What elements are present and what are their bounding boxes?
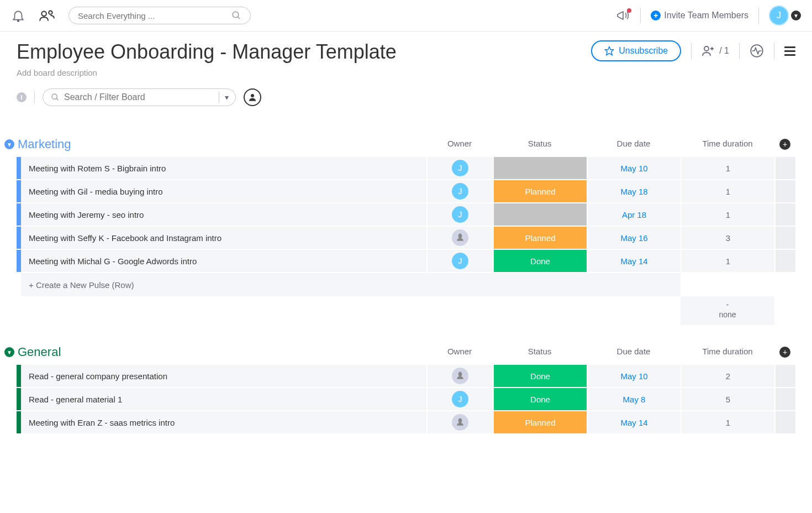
add-column[interactable]: + (774, 347, 795, 358)
due-date-cell[interactable]: May 8 (587, 388, 681, 410)
board-search[interactable]: ▾ (43, 88, 236, 106)
create-row-label[interactable]: + Create a New Pulse (Row) (21, 273, 681, 296)
owner-cell[interactable]: J (426, 388, 493, 410)
column-header-time[interactable]: Time duration (681, 347, 774, 358)
status-cell[interactable]: Done (493, 388, 587, 410)
activity-icon[interactable] (750, 44, 764, 58)
unsubscribe-label: Unsubscribe (619, 46, 668, 56)
owner-avatar[interactable]: J (452, 160, 468, 176)
svg-point-2 (49, 11, 52, 14)
global-search[interactable] (68, 7, 251, 24)
inbox-icon[interactable] (39, 8, 55, 23)
row-end-cell (774, 388, 795, 410)
status-cell[interactable]: Planned (493, 180, 587, 202)
owner-cell[interactable] (426, 227, 493, 249)
owner-cell[interactable] (426, 365, 493, 387)
row-name-cell[interactable]: Meeting with Eran Z - saas metrics intro (21, 411, 426, 433)
row-name-cell[interactable]: Meeting with Gil - media buying intro (21, 180, 426, 202)
column-header-due[interactable]: Due date (587, 139, 681, 150)
time-duration-cell[interactable]: 3 (681, 227, 774, 249)
due-date-cell[interactable]: May 10 (587, 157, 681, 179)
group-collapse-toggle[interactable]: ▼ (4, 347, 14, 357)
create-row[interactable]: + Create a New Pulse (Row) (17, 273, 795, 296)
board-search-input[interactable] (64, 92, 219, 102)
due-date-cell[interactable]: May 10 (587, 365, 681, 387)
time-duration-cell[interactable]: 5 (681, 388, 774, 410)
column-header-status[interactable]: Status (493, 347, 587, 358)
notification-dot (627, 8, 631, 13)
svg-line-4 (238, 17, 240, 19)
owner-avatar[interactable] (452, 414, 468, 431)
info-icon[interactable]: I (17, 92, 27, 102)
owner-cell[interactable]: J (426, 180, 493, 202)
time-duration-cell[interactable]: 2 (681, 365, 774, 387)
due-date-cell[interactable]: May 16 (587, 227, 681, 249)
board-description[interactable]: Add board description (17, 68, 397, 77)
unsubscribe-button[interactable]: Unsubscribe (591, 40, 681, 61)
divider (774, 43, 774, 59)
search-dropdown-toggle[interactable]: ▾ (219, 92, 234, 103)
owner-avatar[interactable] (452, 229, 468, 246)
group-title[interactable]: General (18, 345, 61, 359)
members-count[interactable]: / 1 (702, 45, 729, 57)
plus-icon: + (779, 139, 790, 150)
due-date-cell[interactable]: May 14 (587, 250, 681, 272)
row-color-stripe (17, 411, 21, 433)
status-cell[interactable]: Done (493, 250, 587, 272)
status-cell[interactable] (493, 203, 587, 226)
board-menu-icon[interactable] (784, 46, 795, 56)
column-header-status[interactable]: Status (493, 139, 587, 150)
column-header-owner[interactable]: Owner (426, 347, 493, 358)
due-date-cell[interactable]: May 14 (587, 411, 681, 433)
status-cell[interactable] (493, 157, 587, 179)
row-name-cell[interactable]: Read - general company presentation (21, 365, 426, 387)
owner-avatar[interactable]: J (452, 391, 468, 407)
table-row: Meeting with Michal G - Google Adwords i… (17, 250, 795, 273)
column-header-owner[interactable]: Owner (426, 139, 493, 150)
add-column[interactable]: + (774, 139, 795, 150)
user-menu[interactable]: J ▼ (769, 6, 801, 25)
row-name-cell[interactable]: Read - general material 1 (21, 388, 426, 410)
owner-cell[interactable]: J (426, 250, 493, 272)
row-name-cell[interactable]: Meeting with Rotem S - Bigbrain intro (21, 157, 426, 179)
owner-cell[interactable]: J (426, 157, 493, 179)
status-cell[interactable]: Done (493, 365, 587, 387)
board-content: ▼ Marketing Owner Status Due date Time d… (0, 112, 812, 457)
time-duration-cell[interactable]: 1 (681, 157, 774, 179)
people-icon (702, 45, 717, 57)
row-color-stripe (17, 180, 21, 202)
search-icon (51, 93, 60, 102)
group-collapse-toggle[interactable]: ▼ (4, 139, 14, 149)
row-end-cell (774, 180, 795, 202)
due-date-cell[interactable]: Apr 18 (587, 203, 681, 226)
invite-team-link[interactable]: + Invite Team Members (651, 11, 748, 20)
status-cell[interactable]: Planned (493, 227, 587, 249)
status-cell[interactable]: Planned (493, 411, 587, 433)
due-date-cell[interactable]: May 18 (587, 180, 681, 202)
time-duration-cell[interactable]: 1 (681, 203, 774, 226)
chevron-down-icon: ▼ (791, 11, 801, 20)
owner-cell[interactable]: J (426, 203, 493, 226)
owner-avatar[interactable]: J (452, 206, 468, 223)
time-duration-cell[interactable]: 1 (681, 250, 774, 272)
person-filter-icon[interactable] (244, 88, 261, 106)
row-name-cell[interactable]: Meeting with Seffy K - Facebook and Inst… (21, 227, 426, 249)
row-color-stripe (17, 388, 21, 410)
row-name-cell[interactable]: Meeting with Michal G - Google Adwords i… (21, 250, 426, 272)
column-header-due[interactable]: Due date (587, 347, 681, 358)
owner-avatar[interactable]: J (452, 183, 468, 200)
global-search-input[interactable] (78, 11, 231, 20)
row-name-cell[interactable]: Meeting with Jeremy - seo intro (21, 203, 426, 226)
divider (739, 43, 740, 59)
owner-avatar[interactable]: J (452, 253, 468, 269)
time-duration-cell[interactable]: 1 (681, 180, 774, 202)
group-header: ▼ Marketing Owner Status Due date Time d… (4, 137, 795, 151)
table-row: Read - general company presentation Done… (17, 365, 795, 388)
group-title[interactable]: Marketing (18, 137, 71, 151)
announcements-icon[interactable] (616, 9, 630, 22)
notifications-icon[interactable] (11, 8, 25, 23)
time-duration-cell[interactable]: 1 (681, 411, 774, 433)
owner-avatar[interactable] (452, 368, 468, 384)
column-header-time[interactable]: Time duration (681, 139, 774, 150)
owner-cell[interactable] (426, 411, 493, 433)
